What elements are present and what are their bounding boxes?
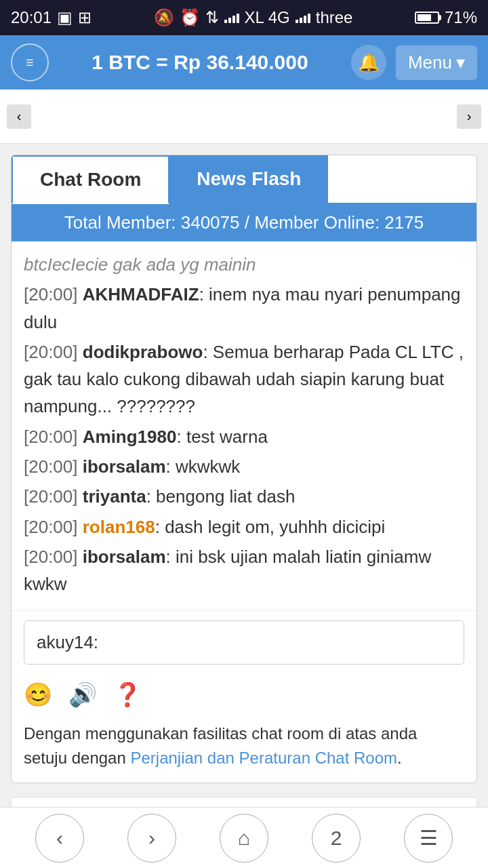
bottom-nav: ‹ › ⌂ 2 ☰ xyxy=(0,807,488,868)
nav-tabs-count: 2 xyxy=(331,827,342,850)
carousel-right-icon: › xyxy=(467,108,472,124)
bell-icon: 🔔 xyxy=(358,52,380,73)
carrier-xl: XL 4G xyxy=(245,8,290,27)
header: ☰ 1 BTC = Rp 36.140.000 🔔 Menu ▾ xyxy=(0,35,488,90)
status-bar: 20:01 ▣ ⊞ 🔕 ⏰ ⇅ XL 4G three 71% xyxy=(0,0,488,35)
disclaimer-link[interactable]: Perjanjian dan Peraturan Chat Room xyxy=(130,749,397,767)
chat-message: [20:00] Aming1980: test warna xyxy=(24,423,464,450)
disclaimer: Dengan menggunakan fasilitas chat room d… xyxy=(12,715,476,783)
carrier-three: three xyxy=(316,8,353,27)
tabs: Chat Room News Flash xyxy=(12,155,476,204)
chat-message: [20:00] AKHMADFAIZ: inem nya mau nyari p… xyxy=(24,281,464,336)
hamburger-icon: ☰ xyxy=(26,58,34,68)
audio-icon: 🔊 xyxy=(68,682,97,707)
nav-back-icon: ‹ xyxy=(56,827,63,850)
chat-panel: Chat Room News Flash Total Member: 34007… xyxy=(11,155,477,783)
nav-tabs-button[interactable]: 2 xyxy=(312,814,361,863)
chat-message: [20:00] triyanta: bengong liat dash xyxy=(24,483,464,510)
sync-icon: ⇅ xyxy=(205,8,219,27)
mute-icon: 🔕 xyxy=(154,8,174,27)
carousel-left-icon: ‹ xyxy=(17,108,22,124)
chat-message: [20:00] rolan168: dash legit om, yuhhh d… xyxy=(24,513,464,540)
menu-button[interactable]: Menu ▾ xyxy=(396,45,477,80)
chat-message: [20:00] iborsalam: wkwkwk xyxy=(24,453,464,480)
member-bar: Total Member: 340075 / Member Online: 21… xyxy=(12,204,476,241)
status-icon2: ⊞ xyxy=(78,8,92,27)
status-center: 🔕 ⏰ ⇅ XL 4G three xyxy=(154,8,353,27)
status-left: 20:01 ▣ ⊞ xyxy=(11,8,92,27)
status-time: 20:01 xyxy=(11,8,52,27)
audio-button[interactable]: 🔊 xyxy=(68,681,97,708)
help-button[interactable]: ❓ xyxy=(113,681,142,708)
help-icon: ❓ xyxy=(113,682,142,707)
battery-percent: 71% xyxy=(445,8,477,27)
signal-three xyxy=(296,8,310,27)
nav-back-button[interactable]: ‹ xyxy=(35,814,84,863)
nav-forward-button[interactable]: › xyxy=(127,814,176,863)
tab-chat-room[interactable]: Chat Room xyxy=(12,155,169,204)
chat-messages[interactable]: btcIecIecie gak ada yg mainin[20:00] AKH… xyxy=(12,241,476,611)
emoji-icon: 😊 xyxy=(24,682,52,707)
nav-forward-icon: › xyxy=(148,827,155,850)
battery-icon xyxy=(415,12,439,24)
carousel: ‹ › xyxy=(0,90,488,144)
main-content: Chat Room News Flash Total Member: 34007… xyxy=(0,144,488,868)
emoji-button[interactable]: 😊 xyxy=(24,681,52,708)
nav-menu-button[interactable]: ☰ xyxy=(404,814,453,863)
hamburger-button[interactable]: ☰ xyxy=(11,43,49,81)
chat-message: [20:00] iborsalam: ini bsk ujian malah l… xyxy=(24,543,464,598)
chat-message: [20:00] dodikprabowo: Semua berharap Pad… xyxy=(24,338,464,420)
menu-arrow-icon: ▾ xyxy=(456,52,465,73)
nav-home-button[interactable]: ⌂ xyxy=(220,814,268,863)
signal-xl xyxy=(224,8,239,27)
chat-message: btcIecIecie gak ada yg mainin xyxy=(24,251,464,278)
disclaimer-text-after: . xyxy=(397,749,402,767)
carousel-left-button[interactable]: ‹ xyxy=(7,104,31,129)
chat-input-area xyxy=(12,611,476,674)
member-count: Total Member: 340075 / Member Online: 21… xyxy=(64,212,424,233)
status-right: 71% xyxy=(415,8,477,27)
bell-button[interactable]: 🔔 xyxy=(351,45,386,80)
tab-news-flash[interactable]: News Flash xyxy=(169,155,328,203)
menu-label: Menu xyxy=(408,52,452,73)
nav-menu-icon: ☰ xyxy=(420,826,438,850)
status-icon1: ▣ xyxy=(57,8,73,27)
nav-home-icon: ⌂ xyxy=(238,827,250,850)
btc-price: 1 BTC = Rp 36.140.000 xyxy=(58,51,342,74)
carousel-right-button[interactable]: › xyxy=(457,104,481,129)
chat-input[interactable] xyxy=(24,620,464,665)
alarm-icon: ⏰ xyxy=(180,8,200,27)
chat-icons-row: 😊 🔊 ❓ xyxy=(12,674,476,715)
